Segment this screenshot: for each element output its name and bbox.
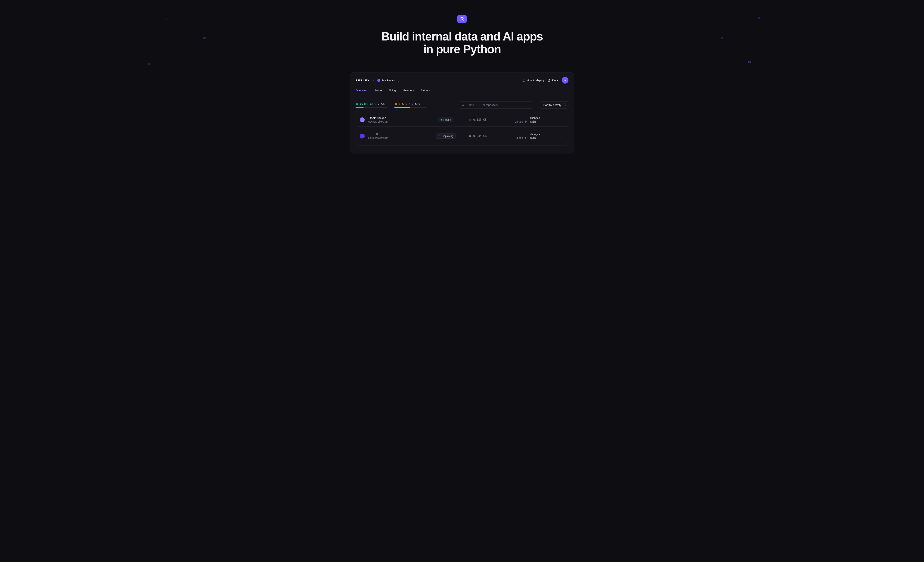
git-branch-icon (525, 120, 528, 123)
brand-wordmark: REFLEX (356, 79, 370, 82)
document-icon (548, 79, 551, 82)
project-url: tracker.reflex.run (368, 120, 387, 123)
deploy-label: changes (515, 133, 555, 136)
svg-rect-4 (356, 104, 358, 104)
cpu-icon (394, 102, 398, 105)
memory-used: 0.492 GB (360, 102, 373, 105)
chevron-up-down-icon (564, 104, 565, 106)
status-dot-icon (441, 119, 442, 120)
svg-rect-11 (395, 103, 397, 105)
memory-total: 2 GB (378, 102, 385, 105)
cpu-bar (394, 107, 426, 108)
memory-icon (356, 102, 358, 105)
svg-point-30 (525, 121, 526, 121)
search-input[interactable] (466, 103, 530, 107)
deploy-label: changes (515, 116, 555, 119)
docs-link[interactable]: Docs (548, 79, 558, 82)
how-to-deploy-link[interactable]: How to deploy (522, 79, 544, 82)
toolbar: 0.492 GB / 2 GB 1 CPU / 2 CPU (350, 95, 574, 113)
deploy-time: 2h ago (515, 120, 523, 123)
deploy-info: changes 2h ago main (515, 116, 555, 123)
memory-icon (469, 135, 472, 138)
tagline: Build internal data and AI apps in pure … (379, 30, 545, 56)
docs-label: Docs (552, 79, 558, 82)
status-badge: Deploying (436, 134, 456, 139)
search-icon (462, 104, 465, 107)
svg-rect-23 (470, 119, 471, 120)
project-memory: 0.183 GB (469, 118, 515, 122)
deploy-time: 1d ago (515, 137, 523, 140)
how-to-deploy-label: How to deploy (527, 79, 544, 82)
project-color-dot (360, 134, 364, 138)
svg-point-32 (526, 121, 527, 121)
status-label: Deploying (442, 135, 453, 138)
status-label: Ready (443, 118, 451, 121)
svg-point-31 (525, 122, 526, 123)
breadcrumb-separator: / (373, 78, 374, 82)
svg-line-22 (464, 105, 464, 106)
dashboard-panel: REFLEX / My Project How to deploy Docs A… (350, 72, 574, 153)
tab-usage[interactable]: Usage (374, 87, 382, 95)
git-branch-icon (525, 137, 528, 140)
project-card[interactable]: task-tracker tracker.reflex.run Ready 0.… (356, 113, 568, 127)
sort-label: Sort by activity (543, 103, 561, 107)
panel-header: REFLEX / My Project How to deploy Docs A (350, 72, 574, 87)
cpu-total: 2 CPU (412, 102, 420, 105)
memory-icon (469, 118, 472, 121)
project-name: task-tracker (368, 116, 387, 120)
project-card[interactable]: llm llm-test.reflex.run Deploying 0.245 … (356, 129, 568, 143)
memory-bar (356, 107, 387, 108)
hero-section: R Build internal data and AI apps in pur… (0, 0, 924, 161)
svg-point-21 (462, 104, 464, 105)
chevron-up-down-icon (398, 79, 399, 81)
project-color-dot (360, 117, 364, 122)
deploy-info: changes 1d ago main (515, 133, 555, 140)
spinner-icon (438, 135, 440, 137)
project-color-dot (377, 79, 380, 82)
project-list: task-tracker tracker.reflex.run Ready 0.… (350, 113, 574, 153)
avatar[interactable]: A (562, 77, 568, 84)
tab-members[interactable]: Members (402, 87, 414, 95)
project-card-placeholder (356, 146, 568, 148)
svg-point-41 (525, 138, 526, 139)
svg-rect-12 (396, 104, 396, 104)
tab-overview[interactable]: Overview (356, 87, 367, 95)
svg-point-40 (525, 137, 526, 138)
memory-usage: 0.492 GB / 2 GB (356, 102, 387, 108)
status-badge: Ready (438, 117, 453, 122)
project-memory: 0.245 GB (469, 134, 515, 138)
cpu-used: 1 CPU (399, 102, 407, 105)
tab-billing[interactable]: Billing (388, 87, 396, 95)
logo-letter: R (460, 16, 464, 22)
sort-button[interactable]: Sort by activity (540, 101, 568, 108)
project-url: llm-test.reflex.run (368, 137, 388, 140)
tabs: Overview Usage Billing Members Settings (350, 87, 574, 95)
more-actions-button[interactable]: ⋯ (555, 117, 564, 122)
usage-separator: / (375, 102, 376, 105)
project-selector[interactable]: My Project (377, 79, 399, 82)
branch-name: main (530, 137, 536, 140)
usage-separator: / (409, 102, 410, 105)
more-actions-button[interactable]: ⋯ (555, 134, 564, 138)
logo-tile: R (458, 15, 466, 23)
project-name: llm (368, 133, 388, 136)
project-name: My Project (382, 79, 395, 82)
cpu-usage: 1 CPU / 2 CPU (394, 102, 426, 108)
search-input-wrapper[interactable] (459, 101, 533, 108)
svg-point-42 (526, 137, 527, 138)
help-circle-icon (522, 79, 525, 82)
branch-name: main (530, 120, 536, 123)
svg-rect-33 (470, 136, 471, 137)
tab-settings[interactable]: Settings (421, 87, 430, 95)
